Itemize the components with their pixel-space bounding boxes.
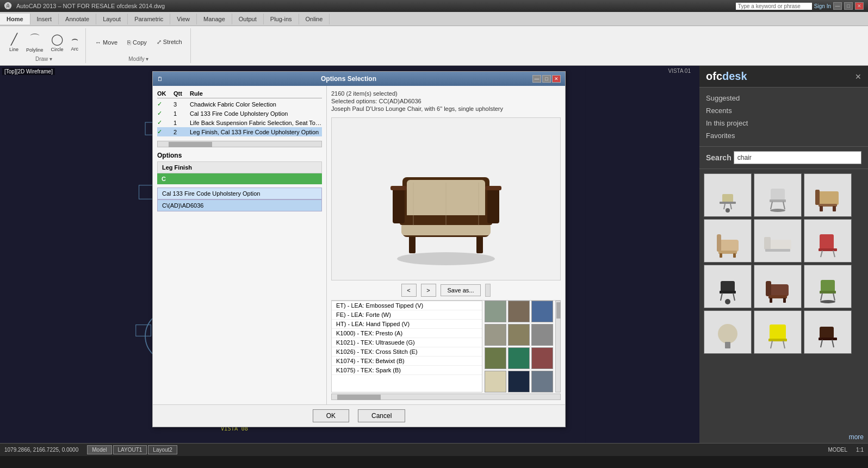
swatch-1[interactable] bbox=[508, 301, 530, 322]
minimize-btn[interactable]: — bbox=[833, 2, 842, 10]
swatch-7[interactable] bbox=[508, 347, 530, 369]
tab-manage[interactable]: Manage bbox=[197, 14, 232, 24]
line-btn[interactable]: ╱ Line bbox=[7, 31, 21, 54]
rule-row-3[interactable]: ✓ 2 Leg Finish, Cal 133 Fire Code Uphols… bbox=[157, 127, 322, 136]
swatch-4[interactable] bbox=[508, 324, 530, 346]
sign-in-btn[interactable]: Sign In bbox=[814, 3, 831, 9]
swatch-5[interactable] bbox=[531, 324, 553, 346]
swatch-9[interactable] bbox=[485, 371, 506, 392]
dialog-minimize-btn[interactable]: — bbox=[532, 75, 541, 83]
svg-point-77 bbox=[718, 324, 737, 344]
thumb-task-chair-1[interactable] bbox=[704, 173, 752, 217]
fabric-item-4[interactable]: K1021) - TEX: Ultrasuede (G) bbox=[332, 338, 482, 347]
thumb-yellow-chair[interactable] bbox=[754, 310, 802, 354]
tab-view[interactable]: View bbox=[170, 14, 197, 24]
bottom-h-scrollbar[interactable] bbox=[331, 394, 561, 400]
product-desc: Joseph Paul D'Urso Lounge Chair, with 6"… bbox=[331, 105, 561, 112]
rule-row-1[interactable]: ✓ 1 Cal 133 Fire Code Upholstery Option bbox=[157, 109, 322, 118]
stretch-btn[interactable]: ⤢ Stretch bbox=[153, 37, 186, 47]
save-as-btn[interactable]: Save as... bbox=[441, 284, 481, 296]
h-scrollbar[interactable] bbox=[157, 141, 322, 147]
swatch-10[interactable] bbox=[508, 371, 530, 392]
rule-qty-1: 1 bbox=[173, 110, 190, 117]
tab-insert[interactable]: Insert bbox=[30, 14, 59, 24]
arc-btn[interactable]: ⌢ Arc bbox=[69, 31, 82, 53]
leg-finish-value[interactable]: C bbox=[157, 173, 322, 184]
cal133-label[interactable]: Cal 133 Fire Code Upholstery Option bbox=[157, 188, 322, 199]
tab-output[interactable]: Output bbox=[232, 14, 264, 24]
dialog-restore-btn[interactable]: □ bbox=[542, 75, 551, 83]
bottom-h-scrollbar-thumb[interactable] bbox=[337, 395, 381, 400]
layout2-tab[interactable]: Layout2 bbox=[148, 445, 177, 454]
fabric-item-3[interactable]: K1000) - TEX: Presto (A) bbox=[332, 329, 482, 338]
thumb-lounge-brown[interactable] bbox=[754, 265, 802, 308]
nav-suggested[interactable]: Suggested bbox=[706, 92, 861, 104]
nav-in-project[interactable]: In this project bbox=[706, 117, 861, 129]
fabric-list[interactable]: ET) - LEA: Embossed Tipped (V) FE) - LEA… bbox=[331, 301, 482, 392]
rule-text-3: Leg Finish, Cal 133 Fire Code Upholstery… bbox=[190, 129, 322, 135]
swatches-scrollbar-thumb[interactable] bbox=[556, 302, 561, 319]
circle-btn[interactable]: ◯ Circle bbox=[48, 31, 66, 54]
svg-line-60 bbox=[821, 251, 822, 257]
tab-online[interactable]: Online bbox=[299, 14, 330, 24]
h-scrollbar-thumb[interactable] bbox=[169, 142, 212, 147]
rule-row-2[interactable]: ✓ 1 Life Back Suspension Fabric Selectio… bbox=[157, 118, 322, 127]
swatch-2[interactable] bbox=[531, 301, 553, 322]
fabric-item-7[interactable]: K1075) - TEX: Spark (B) bbox=[332, 366, 482, 375]
tab-home[interactable]: Home bbox=[0, 14, 30, 24]
swatch-0[interactable] bbox=[485, 301, 506, 322]
thumb-task-black[interactable] bbox=[704, 265, 752, 308]
thumb-chaise[interactable] bbox=[754, 219, 802, 263]
cal133-value[interactable]: C\(AD)\AD6036 bbox=[157, 199, 322, 211]
leg-finish-label: Leg Finish bbox=[157, 161, 322, 173]
nav-recents[interactable]: Recents bbox=[706, 104, 861, 117]
copy-btn[interactable]: ⎘ Copy bbox=[123, 38, 151, 47]
more-link[interactable]: more bbox=[699, 431, 868, 443]
tab-plugins[interactable]: Plug-ins bbox=[264, 14, 299, 24]
svg-rect-83 bbox=[820, 327, 834, 339]
model-tab[interactable]: Model bbox=[87, 445, 111, 454]
svg-point-76 bbox=[820, 300, 835, 303]
rule-text-2: Life Back Suspension Fabric Selection, S… bbox=[190, 120, 322, 126]
thumb-red-chair[interactable] bbox=[804, 219, 852, 263]
svg-rect-54 bbox=[733, 253, 736, 258]
tab-layout[interactable]: Layout bbox=[96, 14, 128, 24]
swatches-scrollbar[interactable] bbox=[555, 301, 561, 392]
dialog-close-btn[interactable]: ✕ bbox=[552, 75, 561, 83]
search-toolbar-input[interactable]: Type a keyword or phrase bbox=[736, 3, 812, 10]
swatch-11[interactable] bbox=[531, 371, 553, 392]
thumb-lounge-wood[interactable] bbox=[804, 173, 852, 217]
thumb-dark-chair[interactable] bbox=[804, 310, 852, 354]
preview-scrollbar[interactable] bbox=[485, 284, 491, 297]
thumb-office-chair[interactable] bbox=[754, 173, 802, 217]
prev-btn[interactable]: < bbox=[401, 284, 417, 297]
close-btn[interactable]: ✕ bbox=[855, 2, 864, 10]
ofcdesk-close-btn[interactable]: ✕ bbox=[855, 72, 861, 81]
thumb-round-chair[interactable] bbox=[704, 310, 752, 354]
svg-rect-53 bbox=[720, 253, 722, 258]
polyline-btn[interactable]: ⌒ Polyline bbox=[23, 30, 46, 54]
search-input[interactable] bbox=[734, 151, 861, 164]
thumb-chair-svg-5 bbox=[809, 223, 847, 259]
fabric-item-0[interactable]: ET) - LEA: Embossed Tipped (V) bbox=[332, 301, 482, 310]
tab-annotate[interactable]: Annotate bbox=[59, 14, 96, 24]
swatch-3[interactable] bbox=[485, 324, 506, 346]
fabric-item-6[interactable]: K1074) - TEX: Betwixt (B) bbox=[332, 357, 482, 366]
cancel-btn[interactable]: Cancel bbox=[358, 409, 405, 422]
restore-btn[interactable]: □ bbox=[844, 2, 853, 10]
next-btn[interactable]: > bbox=[421, 284, 436, 297]
thumb-lounge-tan[interactable] bbox=[704, 219, 752, 263]
swatch-6[interactable] bbox=[485, 347, 506, 369]
ok-btn[interactable]: OK bbox=[313, 409, 349, 422]
thumb-green-chair[interactable] bbox=[804, 265, 852, 308]
fabric-item-1[interactable]: FE) - LEA: Forte (W) bbox=[332, 310, 482, 320]
tab-parametric[interactable]: Parametric bbox=[128, 14, 170, 24]
fabric-item-5[interactable]: K1026) - TEX: Cross Stitch (E) bbox=[332, 347, 482, 357]
swatch-8[interactable] bbox=[531, 347, 553, 369]
layout1-tab[interactable]: LAYOUT1 bbox=[113, 445, 147, 454]
rule-row-0[interactable]: ✓ 3 Chadwick Fabric Color Selection bbox=[157, 99, 322, 109]
nav-favorites[interactable]: Favorites bbox=[706, 129, 861, 142]
thumbnails-grid bbox=[699, 169, 868, 431]
fabric-item-2[interactable]: HT) - LEA: Hand Tipped (V) bbox=[332, 320, 482, 329]
move-btn[interactable]: ↔ Move bbox=[91, 38, 121, 47]
